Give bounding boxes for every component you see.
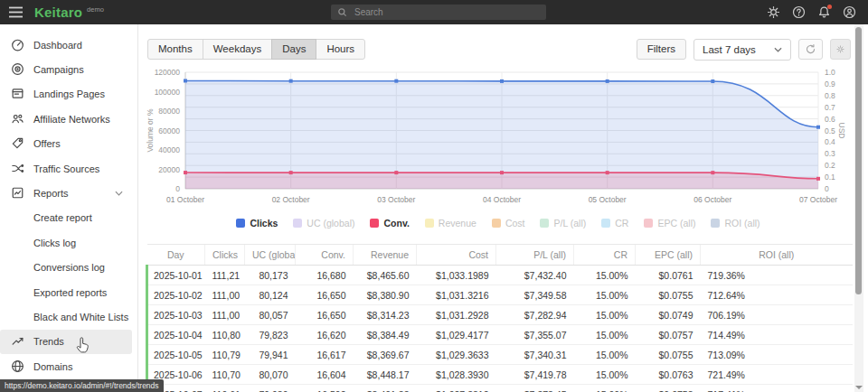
legend-swatch — [644, 219, 653, 228]
legend-item-epc-all[interactable]: EPC (all) — [644, 218, 695, 229]
sidebar-item-domains[interactable]: Domains — [0, 354, 132, 378]
column-header-epc-all[interactable]: EPC (all) — [636, 245, 701, 266]
legend-item-conv[interactable]: Conv. — [370, 218, 409, 229]
trends-toolbar: MonthsWeekdaysDaysHours Filters Last 7 d… — [147, 38, 851, 61]
filters-button[interactable]: Filters — [637, 39, 686, 60]
column-header-p-l-all[interactable]: P/L (all) — [496, 245, 574, 266]
axis-label: 0.7 — [825, 103, 835, 112]
target-icon — [11, 62, 25, 77]
tab-days[interactable]: Days — [271, 39, 316, 60]
sidebar-item-label: Dashboard — [33, 40, 82, 51]
sidebar-item-reports[interactable]: Reports — [0, 181, 132, 205]
cell-cr: 15.00% — [574, 345, 636, 365]
tab-hours[interactable]: Hours — [316, 39, 365, 60]
column-header-revenue[interactable]: Revenue — [354, 245, 417, 266]
help-icon[interactable] — [792, 5, 806, 19]
cell-uc-global: 80,173 — [245, 266, 296, 285]
data-point-conv — [711, 171, 714, 174]
axis-label: 60000 — [158, 126, 180, 135]
cell-epc-all: $0.0761 — [636, 266, 701, 285]
keitaro-logo[interactable]: Keitaro — [34, 5, 82, 20]
legend-item-roi-all[interactable]: ROI (all) — [711, 218, 760, 229]
axis-label: 0.3 — [825, 149, 835, 158]
legend-item-uc-global[interactable]: UC (global) — [293, 218, 354, 229]
data-point-conv — [184, 171, 187, 174]
cell-conv: 16,680 — [296, 266, 354, 285]
column-header-day[interactable]: Day — [147, 245, 205, 266]
cell-cost: $1,027.8812 — [417, 385, 496, 392]
refresh-button[interactable] — [798, 39, 823, 60]
legend-label: P/L (all) — [553, 218, 586, 229]
cell-uc-global: 79,941 — [245, 345, 296, 365]
chart-settings-button[interactable] — [830, 39, 851, 60]
sidebar-item-label: Domains — [33, 361, 72, 372]
column-header-roi-all[interactable]: ROI (all) — [701, 245, 853, 266]
period-tabs: MonthsWeekdaysDaysHours — [147, 39, 365, 60]
cell-uc-global: 80,057 — [245, 305, 296, 325]
notifications-bell-icon[interactable] — [817, 5, 831, 19]
sidebar-item-label: Create report — [33, 212, 92, 223]
axis-label: 0 — [175, 184, 180, 193]
cell-cost: $1,033.1989 — [417, 266, 496, 285]
sidebar-item-trends[interactable]: Trends — [0, 330, 132, 354]
trend-icon — [11, 334, 25, 349]
cell-epc-all: $0.0763 — [636, 365, 701, 385]
column-header-conv[interactable]: Conv. — [296, 245, 354, 266]
sidebar-item-affiliate-networks[interactable]: Affiliate Networks — [0, 107, 132, 131]
legend-item-p-l-all[interactable]: P/L (all) — [540, 218, 586, 229]
cell-revenue: $8,448.17 — [354, 365, 417, 385]
sidebar-item-conversions-log[interactable]: Conversions log — [0, 256, 132, 280]
column-header-uc-global[interactable]: UC (global) — [245, 245, 296, 266]
scrollbar-thumb[interactable] — [855, 27, 862, 294]
data-point-clicks — [606, 79, 609, 83]
sidebar-item-campaigns[interactable]: Campaigns — [0, 57, 132, 81]
cell-roi-all: 706.19% — [701, 305, 853, 325]
cell-uc-global: 80,124 — [245, 285, 296, 305]
scrollbar-down-arrow[interactable] — [855, 386, 863, 389]
axis-label: USD — [837, 123, 846, 139]
column-header-cr[interactable]: CR — [574, 245, 636, 266]
cell-cr: 15.00% — [574, 365, 636, 385]
search-box[interactable] — [331, 5, 546, 20]
tab-months[interactable]: Months — [147, 39, 203, 60]
cell-day: 2025-10-03 — [147, 305, 205, 325]
legend-item-clicks[interactable]: Clicks — [236, 218, 278, 229]
column-header-cost[interactable]: Cost — [417, 245, 496, 266]
user-profile-icon[interactable] — [843, 5, 856, 19]
sidebar-item-create-report[interactable]: Create report — [0, 206, 132, 230]
sidebar-item-clicks-log[interactable]: Clicks log — [0, 230, 132, 255]
cell-clicks: 111,21 — [205, 266, 245, 285]
sidebar-item-black-and-white-lists[interactable]: Black and White Lists — [0, 304, 132, 329]
demo-badge: demo — [87, 5, 104, 14]
data-point-conv — [500, 171, 504, 174]
hamburger-menu-icon[interactable] — [9, 6, 23, 18]
data-point-clicks — [289, 79, 293, 83]
split-icon — [11, 162, 25, 176]
search-input[interactable] — [353, 6, 540, 18]
sidebar-item-exported-reports[interactable]: Exported reports — [0, 280, 132, 304]
sidebar-item-landings-pages[interactable]: Landings Pages — [0, 82, 132, 107]
legend-item-cr[interactable]: CR — [601, 218, 628, 229]
cell-day: 2025-10-01 — [147, 266, 205, 285]
legend-item-revenue[interactable]: Revenue — [425, 218, 476, 229]
sidebar-item-traffic-sources[interactable]: Traffic Sources — [0, 156, 132, 181]
legend-item-cost[interactable]: Cost — [492, 218, 525, 229]
tab-weekdays[interactable]: Weekdays — [203, 39, 272, 60]
date-range-select[interactable]: Last 7 days — [693, 39, 791, 61]
column-header-clicks[interactable]: Clicks — [205, 245, 245, 266]
sidebar-item-offers[interactable]: Offers — [0, 132, 132, 156]
scrollbar-track[interactable] — [854, 24, 863, 392]
cell-cr: 15.00% — [574, 305, 636, 325]
axis-label: 120000 — [155, 68, 181, 77]
legend-swatch — [293, 219, 302, 228]
data-point-conv — [289, 171, 293, 174]
axis-label: 0.6 — [825, 115, 835, 124]
settings-gear-icon[interactable] — [767, 5, 780, 19]
cell-roi-all: 717.41% — [701, 385, 853, 392]
cell-clicks: 110,80 — [205, 325, 245, 345]
legend-label: Revenue — [439, 218, 476, 229]
data-point-clicks — [500, 79, 504, 83]
sidebar-item-dashboard[interactable]: Dashboard — [0, 33, 132, 57]
date-range-value: Last 7 days — [703, 44, 756, 55]
sidebar-item-label: Trends — [33, 336, 64, 347]
